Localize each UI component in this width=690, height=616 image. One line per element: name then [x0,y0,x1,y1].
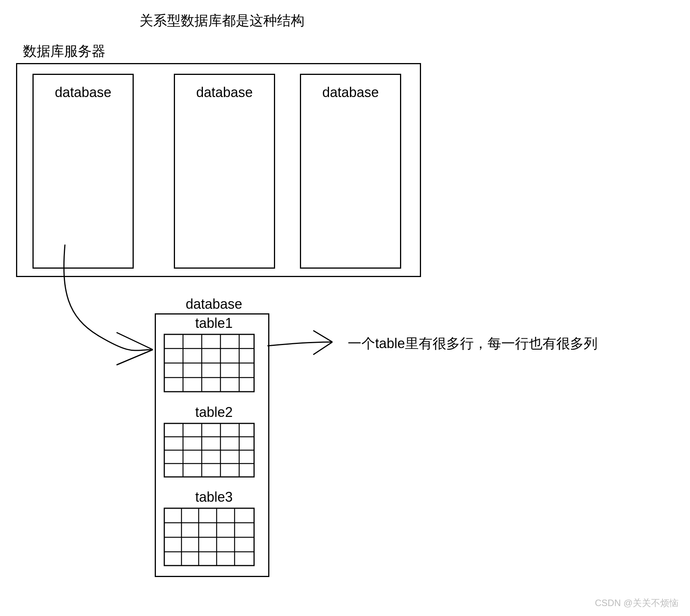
server-box: database database database [16,63,421,277]
database-box-3: database [300,74,401,269]
watermark: CSDN @关关不烦恼 [595,597,679,609]
table3-label: table3 [164,489,264,505]
database-label-1: database [34,84,133,101]
arrow-table-to-note [267,331,332,355]
database-label-3: database [301,84,400,101]
table-note: 一个table里有很多行，每一行也有很多列 [348,334,598,353]
diagram-canvas: 关系型数据库都是这种结构 数据库服务器 database database da… [0,0,690,616]
database-box-1: database [32,74,134,269]
database-label-2: database [175,84,274,101]
detail-database-title: database [160,296,267,312]
server-label: 数据库服务器 [23,42,105,61]
table1-label: table1 [164,315,264,331]
table2-label: table2 [164,404,264,420]
diagram-title: 关系型数据库都是这种结构 [139,11,305,30]
database-box-2: database [174,74,275,269]
detail-database-box [155,313,269,577]
